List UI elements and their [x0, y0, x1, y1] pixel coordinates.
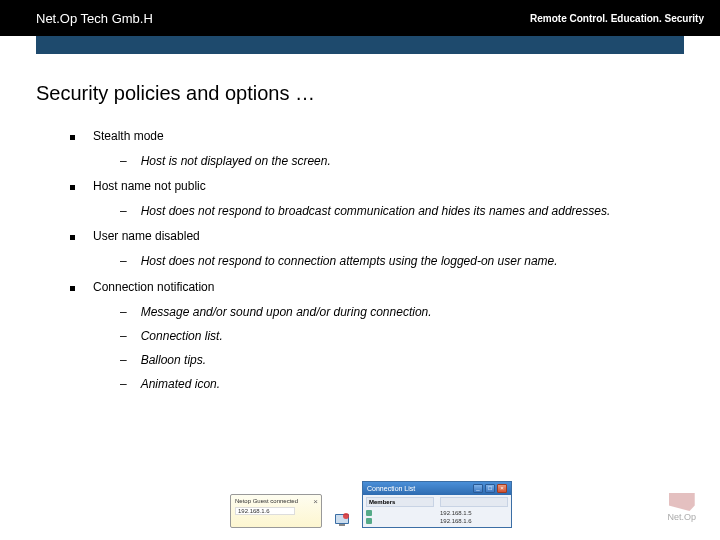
list-item: 192.168.1.6: [440, 517, 508, 525]
status-icon: [366, 510, 372, 516]
close-icon: ×: [313, 497, 318, 506]
bullet-label: Host name not public: [93, 179, 206, 193]
sub-item: –Host is not displayed on the screen.: [120, 153, 684, 169]
sub-list: –Host does not respond to broadcast comm…: [70, 203, 684, 219]
animated-icon-thumbnail: [334, 512, 350, 528]
dash-icon: –: [120, 254, 127, 268]
balloon-line: 192.168.1.6: [235, 507, 295, 515]
status-icon: [366, 518, 372, 524]
sub-item: –Balloon tips.: [120, 352, 684, 368]
bullet-icon: [70, 286, 75, 291]
sub-list: –Host is not displayed on the screen.: [70, 153, 684, 169]
window-title: Connection List: [367, 485, 415, 492]
sub-list: –Host does not respond to connection att…: [70, 253, 684, 269]
dash-icon: –: [120, 305, 127, 319]
sub-label: Message and/or sound upon and/or during …: [141, 304, 432, 320]
dash-icon: –: [120, 204, 127, 218]
dash-icon: –: [120, 329, 127, 343]
list-item: [366, 509, 434, 517]
list-item: [366, 517, 434, 525]
balloon-tip-thumbnail: Netop Guest connected × 192.168.1.6: [230, 494, 322, 528]
bullet-list: Stealth mode–Host is not displayed on th…: [36, 129, 684, 392]
sub-label: Animated icon.: [141, 376, 220, 392]
logo-text: Net.Op: [667, 512, 696, 522]
bullet-icon: [70, 185, 75, 190]
column-header: [440, 497, 508, 507]
bullet-icon: [70, 135, 75, 140]
sub-item: –Host does not respond to connection att…: [120, 253, 684, 269]
column-header: Members: [366, 497, 434, 507]
slide-header: Net.Op Tech Gmb.H Remote Control. Educat…: [0, 0, 720, 36]
sub-item: –Animated icon.: [120, 376, 684, 392]
sub-item: –Message and/or sound upon and/or during…: [120, 304, 684, 320]
bullet-item: User name disabled–Host does not respond…: [70, 229, 684, 269]
tagline: Remote Control. Education. Security: [530, 13, 704, 24]
thumbnail-row: Netop Guest connected × 192.168.1.6 Conn…: [230, 481, 512, 528]
svg-rect-2: [339, 524, 345, 526]
sub-item: –Connection list.: [120, 328, 684, 344]
dash-icon: –: [120, 353, 127, 367]
svg-point-3: [343, 513, 349, 519]
company-name: Net.Op Tech Gmb.H: [36, 11, 153, 26]
close-icon: ×: [497, 484, 507, 493]
bullet-icon: [70, 235, 75, 240]
sub-list: –Message and/or sound upon and/or during…: [70, 304, 684, 393]
balloon-title: Netop Guest connected: [235, 498, 298, 504]
slide-content: Security policies and options … Stealth …: [0, 54, 720, 392]
connection-list-body: Members 192.168.1.5192.168.1.6: [363, 495, 511, 527]
list-item: 192.168.1.5: [440, 509, 508, 517]
flag-icon: [669, 493, 695, 511]
accent-bar: [36, 36, 684, 54]
window-titlebar: Connection List _ □ ×: [363, 482, 511, 495]
sub-label: Host is not displayed on the screen.: [141, 153, 331, 169]
sub-label: Connection list.: [141, 328, 223, 344]
bullet-item: Stealth mode–Host is not displayed on th…: [70, 129, 684, 169]
dash-icon: –: [120, 154, 127, 168]
sub-label: Host does not respond to broadcast commu…: [141, 203, 611, 219]
bullet-label: User name disabled: [93, 229, 200, 243]
bullet-label: Stealth mode: [93, 129, 164, 143]
page-title: Security policies and options …: [36, 82, 684, 105]
minimize-icon: _: [473, 484, 483, 493]
bullet-label: Connection notification: [93, 280, 214, 294]
brand-logo: Net.Op: [667, 493, 696, 522]
bullet-item: Host name not public–Host does not respo…: [70, 179, 684, 219]
sub-label: Host does not respond to connection atte…: [141, 253, 558, 269]
maximize-icon: □: [485, 484, 495, 493]
bullet-item: Connection notification–Message and/or s…: [70, 280, 684, 393]
connection-list-thumbnail: Connection List _ □ × Members 192.168.1.…: [362, 481, 512, 528]
sub-item: –Host does not respond to broadcast comm…: [120, 203, 684, 219]
dash-icon: –: [120, 377, 127, 391]
sub-label: Balloon tips.: [141, 352, 206, 368]
